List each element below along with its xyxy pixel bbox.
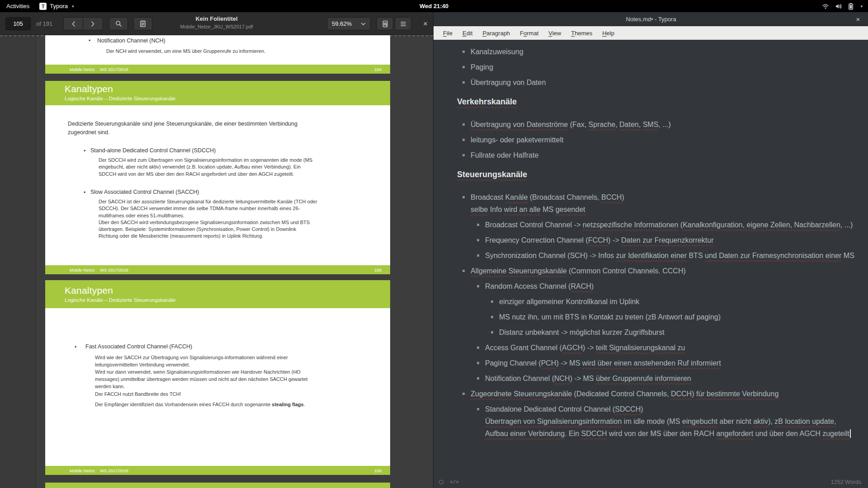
page-total-label: of 191 — [36, 17, 52, 30]
source-code-mode-icon[interactable]: </> — [450, 479, 459, 485]
zoom-level-dropdown[interactable]: 59.62% — [327, 17, 371, 30]
square-bullet-icon — [477, 408, 479, 410]
notes-list-item: Übertragung von Datenströme (Fax, Sprach… — [434, 118, 868, 131]
square-bullet-icon — [462, 51, 465, 53]
hamburger-icon — [400, 21, 406, 27]
clock[interactable]: Wed 21:40 — [0, 0, 868, 12]
pdf-toolbar: 105 of 191 Kein Folientitel Mobile_Netz — [0, 12, 433, 35]
pdf-close-button[interactable]: × — [419, 17, 432, 30]
notes-list-item: Fullrate oder Halfrate — [434, 149, 868, 161]
slide-bullet-heading: Slow Associated Control Channel (SACCH) — [90, 189, 199, 195]
next-page-button[interactable] — [83, 17, 103, 30]
slide-intro-text: Dedizierte Steuerungskanäle sind jene St… — [68, 120, 297, 136]
zoom-level-value: 59.62% — [332, 20, 352, 27]
notes-list-item: Random Access Channel (RACH) — [434, 280, 868, 292]
notes-list-item: Broadcast Kanäle (Broadcast Channels, BC… — [434, 191, 868, 216]
slide-title: Kanaltypen — [65, 84, 113, 94]
slide-header-banner: Kanaltypen Logische Kanäle – Dedizierte … — [45, 81, 390, 105]
document-title-area: Kein Folientitel Mobile_Netze_JKU_WS2017… — [136, 14, 297, 30]
notes-list-item: Distanz unbekannt -> möglichst kurzer Zu… — [434, 326, 868, 338]
notes-list-item: Übertragung von Daten — [434, 76, 868, 89]
close-icon: × — [856, 15, 860, 23]
square-bullet-icon — [491, 316, 493, 318]
typora-window-title: Notes.md• - Typora — [434, 12, 868, 26]
notes-list-item: MS nutz ihn, um mit BTS in Kontakt zu tr… — [434, 311, 868, 323]
notes-list-item: Broadcast Control Channel -> netzspezifi… — [434, 219, 868, 231]
notes-list-item: Standalone Dedicated Control Channel (SD… — [434, 403, 868, 440]
menu-help[interactable]: Help — [597, 30, 619, 37]
menu-format[interactable]: Format — [515, 30, 543, 37]
document-title: Kein Folientitel — [136, 14, 297, 23]
slide-104-fragment: • Notification Channel (NCH) Der NCH wir… — [45, 35, 390, 74]
notes-list-item: Frequency Correction Channel (FCCH) -> D… — [434, 234, 868, 246]
previous-page-button[interactable] — [63, 17, 83, 30]
app-menu-label: Typora — [50, 3, 68, 9]
square-bullet-icon — [462, 123, 465, 126]
slide-body-text: Wird wie der SACCH zur Übertragung von S… — [95, 354, 307, 390]
typora-titlebar[interactable]: Notes.md• - Typora × — [434, 12, 868, 26]
app-menu[interactable]: T Typora ▾ — [39, 3, 74, 10]
square-bullet-icon — [477, 347, 479, 349]
slide-bullet-heading: Stand-alone Dedicated Control Channel (S… — [90, 147, 216, 154]
typora-close-button[interactable]: × — [851, 12, 865, 26]
notes-list-item: Access Grant Channel (AGCH) -> teilt Sig… — [434, 342, 868, 354]
notes-list-item: leitungs- oder paketvermittelt — [434, 134, 868, 146]
slide-header-banner: Kanaltypen Logische Kanäle – Dedizierte … — [45, 280, 390, 308]
notes-list-item: Allgemeine Steuerungskanäle (Common Cont… — [434, 265, 868, 277]
typora-app-icon: T — [39, 3, 47, 10]
square-bullet-icon — [477, 285, 479, 287]
slide-subtitle: Logische Kanäle – Dedizierte Steuerungsk… — [65, 96, 176, 101]
slide-footer: Mobile Netze WS 2017/2018 106 — [45, 466, 390, 475]
notes-list-item: einziger allgemeiner Kontrollkanal im Up… — [434, 296, 868, 308]
volume-icon — [835, 3, 842, 9]
slide-105: Kanaltypen Logische Kanäle – Dedizierte … — [45, 81, 390, 274]
word-count[interactable]: 1252 Words — [831, 476, 861, 488]
notes-list-item: Notification Channel (NCH) -> MS über Gr… — [434, 372, 868, 385]
search-icon — [115, 20, 122, 27]
notes-list-item: Zugeordnete Steuerungskanäle (Dedicated … — [434, 388, 868, 400]
menu-themes[interactable]: Themes — [566, 30, 597, 37]
markdown-editor[interactable]: KanalzuweisungPagingÜbertragung von Date… — [434, 40, 868, 476]
pdf-document-area[interactable]: • Notification Channel (NCH) Der NCH wir… — [0, 35, 433, 488]
square-bullet-icon — [477, 224, 479, 226]
search-button[interactable] — [109, 17, 128, 30]
system-status-area[interactable]: ▾ — [822, 0, 863, 12]
outline-toggle-icon[interactable] — [439, 480, 443, 484]
typora-menu-bar: FileEditParagraphFormatViewThemesHelp — [434, 26, 868, 40]
close-icon: × — [423, 19, 428, 28]
square-bullet-icon — [477, 362, 479, 364]
slide-bullet-heading: Fast Associated Control Channel (FACCH) — [85, 343, 192, 350]
square-bullet-icon — [477, 377, 479, 380]
square-bullet-icon — [462, 139, 465, 141]
slide-note-text: Der FACCH nutzt Bandbreite des TCH! — [95, 391, 181, 397]
page-preview-icon — [382, 20, 388, 28]
activities-button[interactable]: Activities — [6, 3, 29, 9]
pdf-left-margin — [0, 35, 36, 488]
notes-heading: Verkehrskanäle — [457, 96, 868, 108]
square-bullet-icon — [462, 81, 465, 84]
battery-icon — [848, 3, 854, 10]
menu-paragraph[interactable]: Paragraph — [477, 30, 515, 37]
square-bullet-icon — [462, 66, 465, 68]
slide-106: Kanaltypen Logische Kanäle – Dedizierte … — [45, 280, 390, 475]
square-bullet-icon — [462, 393, 465, 395]
menu-view[interactable]: View — [543, 30, 566, 37]
slide-footer: Mobile Netze WS 2017/2018 104 — [45, 65, 390, 74]
slide-body-text: Der NCH wird verwendet, um eine MS über … — [106, 48, 265, 55]
slide-footer: Mobile Netze WS 2017/2018 105 — [45, 265, 390, 274]
square-bullet-icon — [462, 196, 465, 198]
text-cursor-icon — [850, 429, 851, 438]
page-view-button[interactable] — [377, 17, 393, 30]
hamburger-menu-button[interactable] — [395, 17, 411, 30]
menu-file[interactable]: File — [438, 30, 458, 37]
menu-edit[interactable]: Edit — [458, 30, 477, 37]
slide-body-text: Der SACCH ist der assoziierte Steuerungs… — [99, 198, 317, 240]
square-bullet-icon — [477, 254, 479, 257]
slide-bullet-heading: Notification Channel (NCH) — [97, 38, 165, 44]
document-filename: Mobile_Netze_JKU_WS2017.pdf — [136, 23, 297, 30]
page-number-input[interactable]: 105 — [5, 17, 31, 30]
slide-subtitle: Logische Kanäle – Dedizierte Steuerungsk… — [65, 297, 176, 303]
notes-list-item: Synchronization Channel (SCH) -> Infos z… — [434, 249, 868, 262]
chevron-right-icon — [91, 21, 95, 27]
slide-107-top-edge — [45, 483, 390, 488]
